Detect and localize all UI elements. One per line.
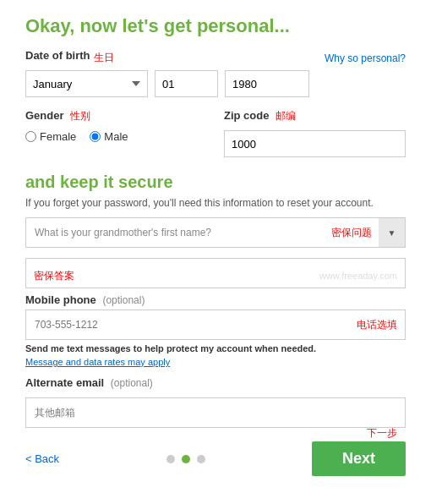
security-question-chinese-label: 密保问题 bbox=[331, 226, 372, 240]
dot-3 bbox=[197, 455, 205, 463]
security-answer-input[interactable] bbox=[25, 258, 406, 288]
next-chinese-label: 下一步 bbox=[367, 426, 397, 441]
why-personal-link[interactable]: Why so personal? bbox=[325, 52, 406, 64]
mobile-input[interactable] bbox=[25, 310, 406, 340]
alt-email-section: Alternate email (optional) bbox=[25, 376, 406, 428]
male-label: Male bbox=[104, 130, 128, 143]
zip-label: Zip code bbox=[224, 109, 269, 122]
male-radio[interactable] bbox=[90, 131, 101, 142]
alt-email-input[interactable] bbox=[25, 397, 406, 428]
mobile-desc: Send me text messages to help protect my… bbox=[25, 343, 406, 353]
dot-1 bbox=[166, 455, 175, 463]
gender-section: Gender 性别 Female Male bbox=[25, 109, 207, 157]
secure-heading: and keep it secure bbox=[25, 173, 406, 192]
zip-chinese-label: 邮编 bbox=[276, 110, 296, 122]
male-option[interactable]: Male bbox=[90, 130, 128, 143]
gender-zip-row: Gender 性别 Female Male Zip code 邮编 bbox=[25, 109, 406, 157]
next-button[interactable]: Next bbox=[312, 441, 406, 476]
dob-row: January February March April May June Ju… bbox=[25, 70, 406, 97]
dob-year-input[interactable] bbox=[225, 70, 309, 97]
bottom-row: < Back 下一步 Next bbox=[25, 441, 406, 476]
page-title: Okay, now let's get personal... bbox=[25, 15, 406, 37]
mobile-note-link[interactable]: Message and data rates may apply bbox=[25, 357, 170, 367]
mobile-label: Mobile phone bbox=[25, 293, 96, 306]
back-link[interactable]: < Back bbox=[25, 452, 59, 465]
dob-month-select[interactable]: January February March April May June Ju… bbox=[25, 70, 148, 97]
alt-email-label: Alternate email bbox=[25, 376, 104, 389]
dob-day-input[interactable] bbox=[155, 70, 218, 97]
pagination-dots bbox=[166, 455, 205, 463]
zip-input[interactable] bbox=[224, 130, 406, 157]
gender-chinese-label: 性别 bbox=[70, 110, 90, 122]
mobile-input-wrap: 电话选填 bbox=[25, 306, 406, 343]
security-question-wrap: What is your grandmother's first name? 密… bbox=[25, 217, 406, 248]
gender-options: Female Male bbox=[25, 130, 207, 143]
secure-desc: If you forget your password, you'll need… bbox=[25, 197, 406, 209]
mobile-section: Mobile phone (optional) 电话选填 Send me tex… bbox=[25, 293, 406, 368]
mobile-optional-label: (optional) bbox=[102, 294, 145, 306]
dob-label: Date of birth bbox=[25, 49, 90, 62]
alt-email-optional-label: (optional) bbox=[111, 377, 153, 389]
female-radio[interactable] bbox=[25, 131, 36, 142]
gender-label: Gender bbox=[25, 109, 64, 122]
female-option[interactable]: Female bbox=[25, 130, 76, 143]
female-label: Female bbox=[40, 130, 76, 143]
answer-row: 密保答案 www.freeaday.com bbox=[25, 258, 406, 293]
zip-section: Zip code 邮编 bbox=[224, 109, 406, 157]
dot-2 bbox=[182, 455, 190, 463]
dob-chinese-label: 生日 bbox=[94, 51, 114, 65]
